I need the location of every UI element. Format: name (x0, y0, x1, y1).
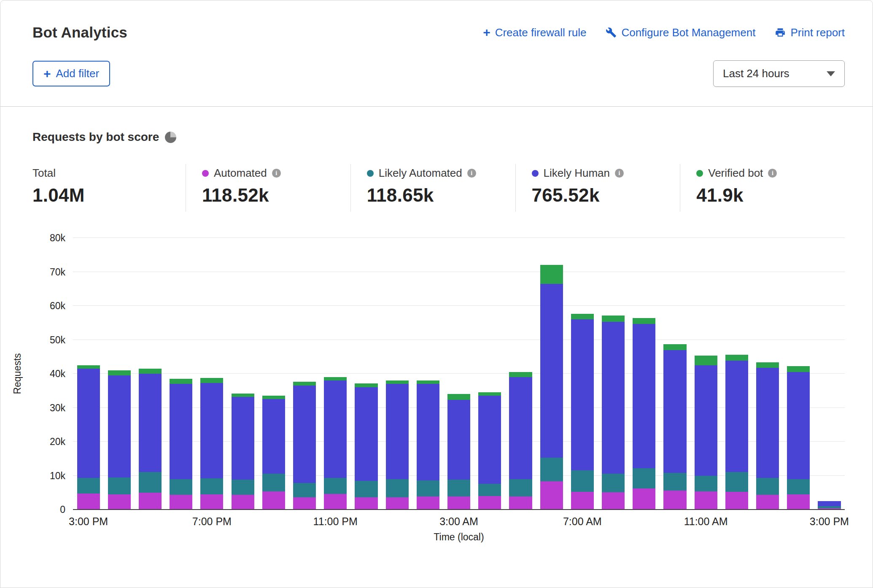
segment-verified-bot (108, 370, 131, 375)
stacked-bar-3[interactable] (170, 238, 192, 510)
section-title: Requests by bot score (32, 130, 159, 144)
bar-slot (258, 238, 289, 510)
bar-slot (752, 238, 783, 510)
segment-verified-bot (756, 362, 779, 368)
segment-likely-human (756, 368, 779, 478)
create-firewall-rule-link[interactable]: + Create firewall rule (483, 26, 586, 39)
bar-slot (567, 238, 598, 510)
time-range-select[interactable]: Last 24 hours (713, 60, 845, 87)
stacked-bar-0[interactable] (77, 238, 100, 510)
segment-likely-automated (787, 479, 810, 494)
stacked-bar-11[interactable] (417, 238, 439, 510)
bar-slot (660, 238, 690, 510)
segment-verified-bot (633, 318, 655, 324)
stacked-bar-2[interactable] (139, 238, 162, 510)
plus-icon: + (483, 26, 490, 39)
bar-slot (598, 238, 628, 510)
stacked-bar-10[interactable] (386, 238, 409, 510)
segment-automated (262, 491, 285, 510)
print-report-link[interactable]: Print report (775, 26, 845, 39)
stacked-bar-8[interactable] (324, 238, 347, 510)
stacked-bar-15[interactable] (540, 238, 563, 510)
segment-likely-automated (756, 478, 779, 494)
bar-slot (73, 238, 104, 510)
stacked-bar-12[interactable] (447, 238, 470, 510)
bar-slot (721, 238, 752, 510)
create-firewall-rule-label: Create firewall rule (495, 26, 587, 39)
stacked-bar-21[interactable] (725, 238, 748, 510)
segment-likely-human (200, 383, 223, 478)
bar-slot (629, 238, 660, 510)
stacked-bar-22[interactable] (756, 238, 779, 510)
x-axis-line (73, 509, 845, 510)
segment-likely-human (695, 365, 717, 476)
stacked-bar-19[interactable] (663, 238, 686, 510)
stat-likely-human[interactable]: Likely Human i 765.52k (515, 164, 680, 212)
stat-verified-bot[interactable]: Verified bot i 41.9k (680, 164, 845, 212)
segment-verified-bot (602, 316, 625, 322)
stacked-bar-4[interactable] (200, 238, 223, 510)
segment-likely-human (108, 375, 131, 477)
add-filter-button[interactable]: + Add filter (32, 61, 110, 86)
segment-likely-human (386, 384, 409, 479)
stacked-bar-6[interactable] (262, 238, 285, 510)
info-icon[interactable]: i (272, 169, 281, 178)
stacked-bar-14[interactable] (509, 238, 532, 510)
y-tick-label: 20k (50, 436, 65, 448)
x-axis-labels: 3:00 PM7:00 PM11:00 PM3:00 AM7:00 AM11:0… (73, 510, 845, 529)
y-tick-label: 0 (60, 504, 65, 515)
segment-likely-human (787, 372, 810, 479)
configure-bot-management-link[interactable]: Configure Bot Management (606, 26, 755, 39)
bar-slot (474, 238, 505, 510)
segment-likely-automated (77, 478, 100, 494)
stat-verified-bot-value: 41.9k (696, 185, 841, 206)
stat-verified-bot-label: Verified bot (708, 167, 763, 180)
segment-likely-automated (386, 479, 409, 497)
x-tick-label: 7:00 PM (192, 515, 232, 528)
info-icon[interactable]: i (615, 169, 624, 178)
y-tick-label: 10k (50, 470, 65, 481)
segment-likely-automated (324, 478, 347, 494)
requests-chart: Requests 010k20k30k40k50k60k70k80k 3:00 … (0, 212, 873, 543)
stacked-bar-7[interactable] (293, 238, 316, 510)
printer-icon (775, 27, 786, 38)
stat-automated[interactable]: Automated i 118.52k (186, 164, 350, 212)
stacked-bar-13[interactable] (478, 238, 501, 510)
stacked-bar-17[interactable] (602, 238, 625, 510)
stacked-bar-23[interactable] (787, 238, 810, 510)
bar-slot (104, 238, 135, 510)
bar-slot (536, 238, 567, 510)
segment-likely-human (818, 501, 841, 506)
segment-likely-human (170, 384, 192, 479)
segment-likely-automated (232, 480, 254, 494)
chevron-down-icon (827, 71, 835, 76)
stacked-bar-1[interactable] (108, 238, 131, 510)
info-icon[interactable]: i (467, 169, 476, 178)
segment-verified-bot (695, 356, 717, 365)
bar-slot (135, 238, 165, 510)
segment-likely-human (509, 377, 532, 479)
bar-slot (166, 238, 197, 510)
segment-likely-automated (200, 478, 223, 494)
stacked-bar-9[interactable] (355, 238, 377, 510)
stacked-bar-24[interactable] (818, 238, 841, 510)
segment-automated (200, 494, 223, 510)
stat-automated-label: Automated (214, 167, 267, 180)
stacked-bar-18[interactable] (633, 238, 655, 510)
wrench-icon (606, 27, 617, 38)
segment-verified-bot (386, 380, 409, 384)
segment-likely-automated (447, 480, 470, 496)
stacked-bar-16[interactable] (571, 238, 594, 510)
y-axis-title: Requests (12, 353, 23, 394)
stacked-bar-5[interactable] (232, 238, 254, 510)
segment-likely-human (540, 284, 563, 458)
stacked-bar-20[interactable] (695, 238, 717, 510)
segment-likely-automated (725, 472, 748, 492)
add-filter-label: Add filter (56, 67, 100, 80)
x-axis-title: Time (local) (73, 531, 845, 543)
info-icon[interactable]: i (768, 169, 777, 178)
segment-likely-human (139, 374, 162, 472)
segment-verified-bot (571, 314, 594, 320)
segment-likely-automated (108, 477, 131, 494)
stat-likely-automated[interactable]: Likely Automated i 118.65k (350, 164, 515, 212)
